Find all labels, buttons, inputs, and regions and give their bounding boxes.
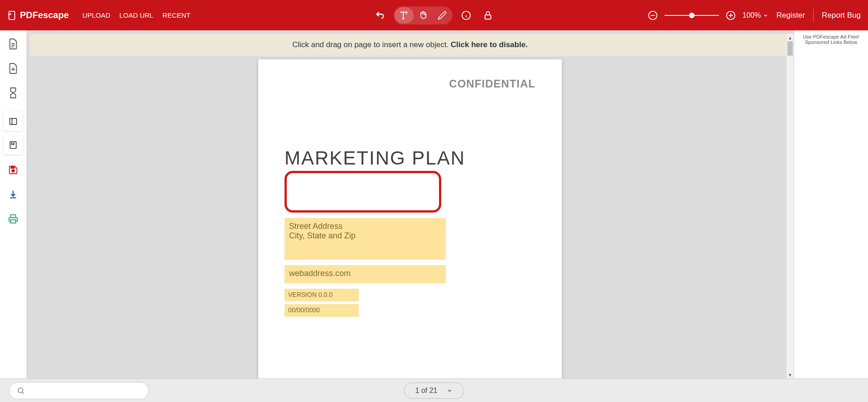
logo-text: PDFescape (20, 10, 69, 20)
draw-tool-button[interactable] (433, 7, 452, 24)
scrollbar-thumb[interactable] (787, 41, 793, 56)
address-field[interactable]: Street Address City, State and Zip (285, 218, 446, 260)
recent-link[interactable]: RECENT (163, 11, 191, 19)
divider (813, 9, 814, 22)
register-link[interactable]: Register (776, 11, 805, 20)
tool-mode-group (394, 6, 453, 24)
bookmark-button[interactable] (4, 136, 23, 155)
toolbar-center (372, 6, 496, 24)
header-nav: UPLOAD LOAD URL RECENT (82, 11, 190, 19)
zoom-dropdown[interactable]: 100% (743, 11, 768, 19)
web-field[interactable]: webaddress.com (285, 265, 446, 283)
undo-button[interactable] (372, 7, 388, 24)
ad-text-2: Sponsored Links Below (798, 39, 864, 45)
logo-icon (7, 10, 17, 20)
page-indicator[interactable]: 1 of 21 (404, 383, 464, 399)
zoom-controls: 100% (645, 7, 768, 24)
main-area: Click and drag on page to insert a new o… (0, 30, 868, 378)
add-page-icon[interactable] (8, 63, 19, 74)
footer: 1 of 21 (0, 378, 868, 402)
svg-rect-15 (10, 118, 17, 124)
print-icon[interactable] (8, 213, 19, 224)
notification-action[interactable]: Click here to disable. (451, 40, 528, 49)
web-text: webaddress.com (289, 269, 351, 278)
search-input[interactable] (9, 382, 149, 399)
chevron-down-icon (446, 387, 453, 394)
scroll-up-arrow[interactable]: ▲ (786, 34, 794, 41)
left-sidebar (0, 30, 26, 378)
lock-button[interactable] (480, 7, 496, 24)
zoom-slider-handle[interactable] (689, 13, 694, 18)
selection-highlight[interactable] (285, 171, 441, 213)
document-title: MARKETING PLAN (285, 147, 535, 169)
version-field[interactable]: VERSION 0.0.0 (285, 289, 359, 301)
page-break-icon[interactable] (8, 87, 19, 98)
notification-bar[interactable]: Click and drag on page to insert a new o… (30, 34, 790, 56)
report-bug-link[interactable]: Report Bug (822, 11, 861, 20)
load-url-link[interactable]: LOAD URL (120, 11, 154, 19)
document-scroll-area[interactable]: CONFIDENTIAL MARKETING PLAN Street Addre… (26, 56, 794, 378)
logo[interactable]: PDFescape (7, 10, 69, 20)
download-icon[interactable] (8, 189, 19, 200)
panel-toggle-button[interactable] (4, 112, 23, 131)
address-line-2: City, State and Zip (289, 231, 441, 241)
save-icon[interactable] (8, 165, 19, 175)
svg-rect-21 (11, 220, 16, 223)
svg-line-23 (22, 392, 24, 393)
vertical-scrollbar[interactable]: ▲ ▼ (786, 34, 794, 378)
date-text: 00/00/0000 (288, 306, 320, 314)
notification-text: Click and drag on page to insert a new o… (292, 40, 451, 49)
version-text: VERSION 0.0.0 (288, 291, 333, 298)
page-indicator-text: 1 of 21 (415, 387, 438, 395)
upload-link[interactable]: UPLOAD (82, 11, 111, 19)
document-container: Click and drag on page to insert a new o… (26, 30, 794, 378)
svg-rect-0 (9, 11, 15, 19)
zoom-value: 100% (743, 11, 761, 19)
hand-tool-button[interactable] (414, 7, 433, 24)
watermark-text: CONFIDENTIAL (285, 77, 535, 90)
header-right: 100% Register Report Bug (645, 7, 861, 24)
date-field[interactable]: 00/00/0000 (285, 304, 359, 317)
svg-rect-17 (10, 142, 16, 149)
ad-text-1: Use PDFescape Ad Free! (798, 34, 864, 39)
text-tool-button[interactable] (395, 7, 414, 24)
info-button[interactable] (458, 7, 474, 24)
zoom-out-button[interactable] (645, 7, 661, 24)
scroll-down-arrow[interactable]: ▼ (786, 371, 794, 378)
chevron-down-icon (763, 13, 768, 18)
top-header: PDFescape UPLOAD LOAD URL RECENT (0, 0, 868, 30)
file-icon[interactable] (8, 39, 19, 49)
svg-rect-4 (485, 15, 491, 19)
zoom-slider[interactable] (665, 15, 719, 16)
zoom-in-button[interactable] (723, 7, 739, 24)
address-line-1: Street Address (289, 222, 441, 231)
svg-point-18 (12, 170, 14, 172)
document-page[interactable]: CONFIDENTIAL MARKETING PLAN Street Addre… (258, 59, 562, 378)
search-icon (17, 387, 25, 395)
svg-rect-19 (11, 166, 14, 169)
ad-panel: Use PDFescape Ad Free! Sponsored Links B… (794, 30, 868, 378)
svg-point-22 (18, 388, 23, 393)
